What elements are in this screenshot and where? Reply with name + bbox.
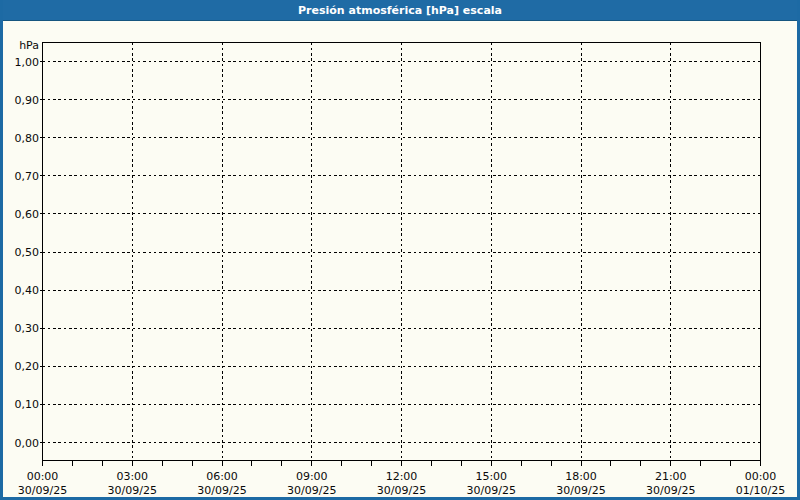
- pressure-chart-plot: 1,000,900,800,700,600,500,400,300,200,10…: [3, 21, 797, 497]
- x-tick-date-label: 30/09/25: [108, 484, 157, 497]
- y-tick-label: 0,30: [15, 322, 40, 335]
- x-tick-time-label: 03:00: [116, 470, 148, 483]
- y-tick-label: 1,00: [15, 56, 40, 69]
- y-tick-label: 0,90: [15, 94, 40, 107]
- y-tick-label: 0,00: [15, 437, 40, 450]
- chart-area: 1,000,900,800,700,600,500,400,300,200,10…: [3, 21, 797, 497]
- x-tick-time-label: 06:00: [206, 470, 238, 483]
- chart-title-bar: Presión atmosférica [hPa] escala: [0, 0, 800, 21]
- x-tick-date-label: 30/09/25: [467, 484, 516, 497]
- pressure-chart-window: Presión atmosférica [hPa] escala 1,000,9…: [0, 0, 800, 500]
- x-tick-date-label: 30/09/25: [556, 484, 605, 497]
- x-tick-date-label: 30/09/25: [377, 484, 426, 497]
- x-tick-date-label: 30/09/25: [287, 484, 336, 497]
- x-tick-time-label: 12:00: [386, 470, 418, 483]
- x-tick-time-label: 00:00: [27, 470, 59, 483]
- x-tick-date-label: 30/09/25: [18, 484, 67, 497]
- x-tick-time-label: 15:00: [475, 470, 507, 483]
- y-tick-label: 0,50: [15, 246, 40, 259]
- y-tick-label: 0,40: [15, 284, 40, 297]
- y-tick-label: 0,80: [15, 132, 40, 145]
- x-tick-date-label: 01/10/25: [736, 484, 785, 497]
- y-tick-label: 0,20: [15, 360, 40, 373]
- x-tick-date-label: 30/09/25: [197, 484, 246, 497]
- chart-title: Presión atmosférica [hPa] escala: [298, 4, 502, 17]
- x-tick-time-label: 18:00: [565, 470, 597, 483]
- x-tick-time-label: 21:00: [655, 470, 687, 483]
- x-tick-date-label: 30/09/25: [646, 484, 695, 497]
- y-tick-label: 0,70: [15, 170, 40, 183]
- y-tick-label: 0,10: [15, 398, 40, 411]
- x-tick-time-label: 00:00: [745, 470, 777, 483]
- x-tick-time-label: 09:00: [296, 470, 328, 483]
- y-axis-unit-label: hPa: [19, 39, 39, 52]
- y-tick-label: 0,60: [15, 208, 40, 221]
